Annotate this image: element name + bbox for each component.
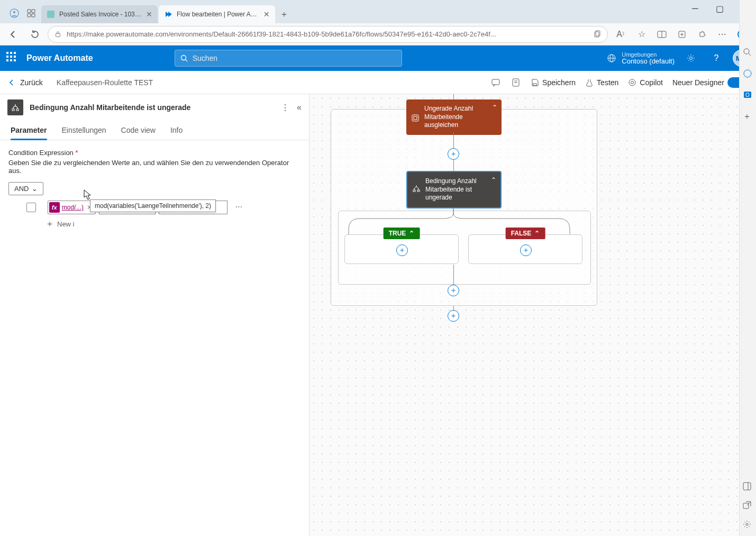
rail-panel-icon[interactable] [743, 482, 753, 493]
add-step-true-button[interactable]: ＋ [396, 244, 408, 256]
profile-icon[interactable] [7, 6, 21, 20]
window-minimize[interactable]: ─ [683, 0, 707, 17]
test-label: Testen [597, 78, 618, 87]
pa-tab-icon [164, 10, 172, 19]
chevron-up-icon[interactable]: ⌃ [491, 176, 496, 185]
svg-line-37 [749, 53, 751, 56]
svg-rect-27 [533, 84, 536, 86]
settings-icon[interactable] [682, 49, 700, 67]
rail-add-icon[interactable]: ＋ [743, 111, 753, 122]
window-maximize[interactable]: ▢ [707, 0, 732, 17]
row-more-icon[interactable]: ⋯ [235, 203, 243, 211]
field-label: Condition Expression * [8, 149, 300, 157]
copilot-button[interactable]: Copilot [628, 78, 663, 87]
add-step-button[interactable]: ＋ [448, 310, 459, 322]
scope-icon [412, 114, 419, 122]
branch-connector [338, 208, 591, 234]
rail-search-icon[interactable] [743, 48, 753, 58]
scope-title: Ungerade Anzahl Mitarbeitende ausgleiche… [424, 105, 473, 129]
chevron-up-icon: ⌃ [409, 230, 414, 237]
tab-parameter[interactable]: Parameter [3, 121, 54, 140]
rail-popup-icon[interactable] [743, 501, 753, 512]
expression-text: mod(...) [62, 204, 84, 211]
svg-rect-2 [28, 10, 31, 13]
tab-close-icon[interactable]: ✕ [146, 10, 152, 19]
false-label[interactable]: FALSE ⌃ [506, 228, 545, 239]
app-launcher-icon[interactable] [6, 52, 19, 65]
tab-close-icon[interactable]: ✕ [263, 10, 270, 19]
svg-rect-41 [743, 483, 751, 490]
copy-url-icon[interactable] [593, 30, 601, 38]
svg-rect-6 [47, 11, 54, 18]
add-step-false-button[interactable]: ＋ [520, 244, 532, 256]
feedback-icon[interactable] [490, 78, 501, 87]
rail-settings-icon[interactable] [743, 520, 753, 531]
nav-refresh-button[interactable] [26, 26, 42, 42]
condition-icon [413, 185, 420, 192]
expression-tooltip: mod(variables('LaengeTeilnehmende'), 2) [90, 199, 216, 212]
true-branch-box: TRUE ⌃ ＋ [344, 234, 459, 264]
svg-rect-43 [743, 503, 749, 508]
plus-icon: ＋ [45, 219, 54, 230]
panel-title: Bedingung Anzahl Mitarbeitende ist unger… [30, 103, 275, 112]
condition-node[interactable]: Bedingung Anzahl Mitarbeitende ist unger… [406, 171, 502, 208]
fx-icon: fx [49, 202, 60, 213]
svg-point-38 [744, 70, 751, 77]
condition-icon [7, 99, 23, 115]
split-screen-icon[interactable] [653, 26, 670, 43]
test-button[interactable]: Testen [585, 78, 618, 87]
favorite-icon[interactable]: ☆ [633, 26, 650, 43]
new-tab-button[interactable]: ＋ [276, 6, 292, 22]
svg-rect-34 [413, 190, 415, 192]
andor-label: AND [14, 185, 29, 193]
app-name: Power Automate [26, 53, 93, 63]
svg-line-18 [185, 59, 187, 61]
tab-title: Flow bearbeiten | Power Automa [177, 11, 259, 18]
true-label[interactable]: TRUE ⌃ [384, 228, 420, 239]
tab-code-view[interactable]: Code view [114, 121, 163, 140]
add-step-button[interactable]: ＋ [448, 148, 459, 160]
false-branch-box: FALSE ⌃ ＋ [468, 234, 582, 264]
more-icon[interactable]: ⋯ [714, 26, 731, 43]
nav-back-button[interactable] [5, 26, 21, 42]
chevron-down-icon: ⌄ [32, 185, 38, 193]
connector-line [453, 160, 454, 171]
rail-copilot-icon[interactable] [743, 69, 753, 79]
panel-more-icon[interactable]: ⋮ [281, 103, 289, 113]
svg-point-1 [13, 11, 15, 13]
expression-chip[interactable]: fx mod(...) ✕ [48, 201, 96, 214]
environment-picker[interactable]: Umgebungen Contoso (default) [607, 51, 675, 65]
help-icon[interactable]: ? [707, 49, 725, 67]
add-step-button[interactable]: ＋ [448, 285, 459, 296]
tab-overview-icon[interactable] [24, 6, 38, 20]
notes-icon[interactable] [511, 78, 521, 87]
row-checkbox[interactable] [26, 203, 36, 212]
save-button[interactable]: Speichern [531, 78, 576, 87]
new-designer-toggle[interactable]: Neuer Designer [672, 77, 749, 88]
read-aloud-icon[interactable]: A》 [613, 26, 630, 43]
tab-settings[interactable]: Einstellungen [54, 121, 114, 140]
browser-tab-inactive[interactable]: Posted Sales Invoice - 103216 · T ✕ [41, 5, 158, 23]
flow-title: Kaffeepausen-Roulette TEST [57, 78, 153, 87]
back-button[interactable]: Zurück [7, 78, 43, 87]
chevron-up-icon[interactable]: ⌃ [492, 104, 497, 112]
extensions-icon[interactable] [694, 26, 711, 43]
svg-rect-33 [414, 116, 417, 120]
tab-info[interactable]: Info [163, 121, 190, 140]
andor-dropdown[interactable]: AND ⌄ [8, 182, 43, 195]
svg-point-44 [746, 523, 748, 525]
search-bar[interactable] [175, 50, 402, 67]
add-new-row-button[interactable]: ＋ New i [45, 219, 75, 230]
connector-line [453, 265, 454, 285]
env-label: Umgebungen [622, 51, 675, 58]
browser-tab-active[interactable]: Flow bearbeiten | Power Automa ✕ [159, 5, 275, 23]
tab-title: Posted Sales Invoice - 103216 · T [59, 11, 142, 18]
scope-node[interactable]: Ungerade Anzahl Mitarbeitende ausgleiche… [406, 99, 502, 135]
search-input[interactable] [193, 54, 396, 62]
svg-rect-32 [412, 115, 418, 121]
svg-rect-4 [28, 14, 31, 17]
panel-collapse-icon[interactable]: « [297, 103, 302, 113]
collections-icon[interactable] [673, 26, 690, 43]
address-bar[interactable]: https://make.powerautomate.com/environme… [48, 26, 608, 43]
rail-outlook-icon[interactable]: O [743, 90, 753, 101]
